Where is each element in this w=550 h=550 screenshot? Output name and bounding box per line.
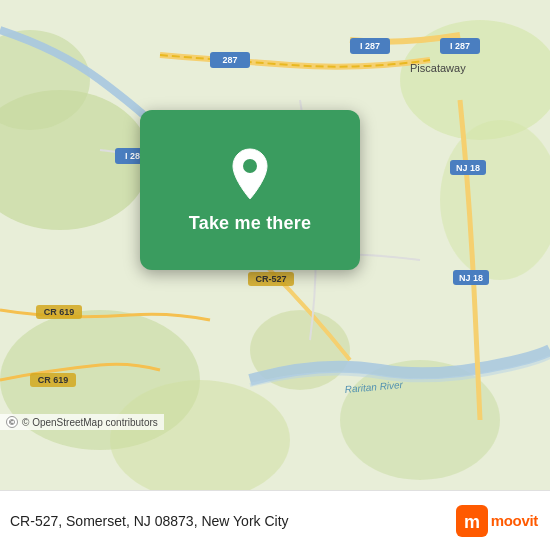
svg-text:CR-527: CR-527 [255, 274, 286, 284]
copyright-text: © OpenStreetMap contributors [22, 417, 158, 428]
svg-point-29 [243, 159, 257, 173]
bottom-bar: CR-527, Somerset, NJ 08873, New York Cit… [0, 490, 550, 550]
copyright-bar: © © OpenStreetMap contributors [0, 414, 164, 430]
svg-text:m: m [464, 512, 480, 532]
location-pin-icon [227, 147, 273, 203]
location-label: CR-527, Somerset, NJ 08873, New York Cit… [10, 513, 289, 529]
map-container: 287 I 287 I 287 NJ 18 NJ 18 CR-527 CR 61… [0, 0, 550, 490]
svg-text:NJ 18: NJ 18 [459, 273, 483, 283]
moovit-logo: m moovit [456, 505, 538, 537]
svg-text:Piscataway: Piscataway [410, 62, 466, 74]
svg-text:CR 619: CR 619 [44, 307, 75, 317]
svg-text:NJ 18: NJ 18 [456, 163, 480, 173]
moovit-logo-icon: m [456, 505, 488, 537]
svg-text:I 287: I 287 [450, 41, 470, 51]
take-me-there-button[interactable]: Take me there [189, 213, 311, 234]
svg-text:I 287: I 287 [360, 41, 380, 51]
action-card[interactable]: Take me there [140, 110, 360, 270]
svg-text:287: 287 [222, 55, 237, 65]
moovit-text: moovit [491, 512, 538, 529]
openstreetmap-icon: © [6, 416, 18, 428]
svg-text:CR 619: CR 619 [38, 375, 69, 385]
